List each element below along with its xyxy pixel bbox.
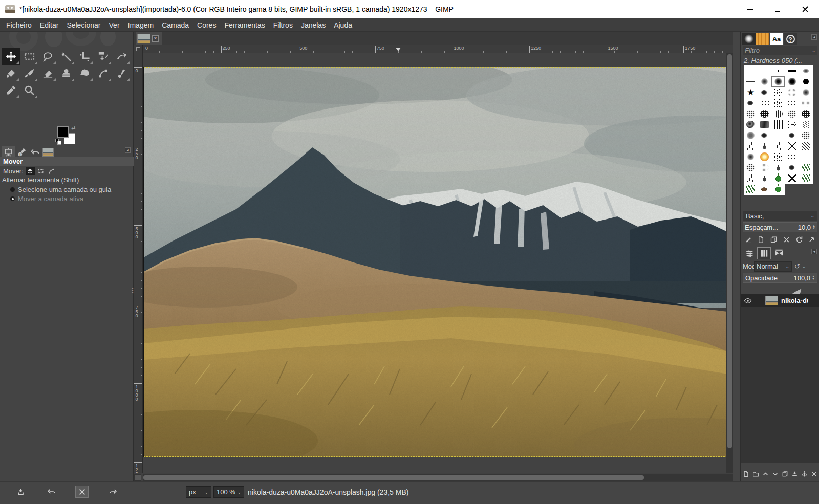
bucket-fill-tool[interactable] [2,65,20,82]
photo-layer[interactable] [144,67,727,457]
mode-switch-icon[interactable]: ↺ [794,262,800,270]
brush-swatch[interactable] [758,87,771,98]
edit-brush-button[interactable] [743,234,754,245]
brush-swatch[interactable] [744,173,758,184]
free-select-tool[interactable] [38,48,57,65]
images-tab[interactable] [41,146,55,158]
brush-swatch[interactable] [799,162,813,173]
brush-swatch[interactable] [744,130,758,141]
move-path-option[interactable] [47,167,56,175]
anchor-layer-button[interactable] [800,469,809,478]
horizontal-scrollbar[interactable] [143,474,733,481]
default-colors-icon[interactable] [55,139,59,142]
delete-brush-button[interactable] [781,234,792,245]
layers-tab[interactable] [742,247,756,259]
vertical-ruler[interactable]: 025050075010001250 [134,53,143,473]
brush-swatch[interactable]: ★ [744,87,758,98]
brush-swatch[interactable] [799,108,813,119]
brush-swatch[interactable] [785,98,799,108]
brush-swatch[interactable] [744,162,758,173]
layer-opacity-field[interactable]: Opacidade 100,0 ▲▼ [743,273,817,283]
brush-swatch[interactable] [771,76,785,87]
brush-swatch[interactable] [744,65,758,76]
brush-swatch[interactable] [771,98,785,108]
brush-swatch[interactable] [744,141,758,151]
move-tool[interactable] [2,48,20,65]
tab-close-icon[interactable]: ✕ [152,35,159,42]
save-tool-preset-button[interactable] [14,486,27,498]
brush-swatch[interactable] [758,130,771,141]
brush-swatch[interactable] [799,119,813,130]
spinner-arrows-icon[interactable]: ▲▼ [812,225,815,230]
menu-editar[interactable]: Editar [36,19,63,31]
brush-swatch[interactable] [785,173,799,184]
move-layer-option[interactable] [26,167,35,175]
move-selection-option[interactable] [36,167,46,175]
fonts-tab[interactable]: Aa [770,33,783,45]
brush-swatch[interactable] [758,151,771,162]
new-layer-button[interactable] [742,469,750,478]
menu-ajuda[interactable]: Ajuda [330,19,356,31]
brush-swatch[interactable] [785,65,799,76]
spinner-arrows-icon[interactable]: ▲▼ [812,275,815,280]
brush-swatch[interactable] [799,130,813,141]
chevron-down-icon[interactable]: ⌄ [802,264,806,269]
raise-layer-button[interactable] [761,469,770,478]
brush-swatch[interactable] [771,65,785,76]
crop-tool[interactable] [75,48,94,65]
menu-janelas[interactable]: Janelas [297,19,330,31]
undo-history-tab[interactable] [28,146,41,158]
brush-swatch[interactable] [758,141,771,151]
brush-swatch[interactable] [785,87,799,98]
brush-swatch[interactable] [785,151,799,162]
brush-swatch[interactable] [758,65,771,76]
brush-swatch[interactable] [744,184,758,194]
brush-swatch[interactable] [758,98,771,108]
brush-swatch[interactable] [771,119,785,130]
brush-swatch[interactable] [799,76,813,87]
eraser-tool[interactable] [38,65,57,82]
horizontal-ruler[interactable]: 02505007501000125015001750 [143,45,733,53]
brush-swatch[interactable] [744,151,758,162]
brush-swatch[interactable] [785,76,799,87]
brush-swatch[interactable] [785,141,799,151]
brush-swatch[interactable] [771,87,785,98]
layer-row[interactable]: nikola-du [741,294,819,307]
duplicate-layer-button[interactable] [781,469,789,478]
fuzzy-select-tool[interactable] [57,48,75,65]
swap-colors-icon[interactable]: ⇄ [71,125,75,130]
brush-swatch[interactable] [744,98,758,108]
radio-pick-layer-guide[interactable]: Selecione uma camada ou guia [10,186,111,193]
brush-swatch[interactable] [771,184,785,194]
menu-ficheiro[interactable]: Ficheiro [2,19,36,31]
panel-menu-icon[interactable]: ◂ [811,249,817,254]
color-picker-tool[interactable] [2,82,20,99]
delete-layer-button[interactable] [810,469,818,478]
brush-spacing-field[interactable]: Espaçam... 10,0 ▲▼ [743,222,817,232]
paintbrush-tool[interactable] [20,65,38,82]
brush-swatch[interactable] [799,141,813,151]
brush-set-dropdown[interactable]: Basic, ⌄ [743,211,817,221]
menu-ver[interactable]: Ver [105,19,124,31]
brush-swatch[interactable] [785,119,799,130]
brush-swatch[interactable] [758,119,771,130]
patterns-tab[interactable] [756,33,769,45]
brush-swatch[interactable] [758,184,771,194]
lower-layer-button[interactable] [771,469,780,478]
new-brush-button[interactable] [756,234,767,245]
close-button[interactable] [791,0,819,18]
vertical-scrollbar-thumb[interactable] [727,54,732,448]
brush-swatch[interactable] [771,130,785,141]
vertical-scrollbar[interactable] [726,53,733,473]
brush-swatch[interactable] [744,76,758,87]
horizontal-scrollbar-thumb[interactable] [143,475,644,480]
brush-swatch[interactable] [771,173,785,184]
brush-swatch[interactable] [771,151,785,162]
unit-dropdown[interactable]: px ⌄ [186,486,211,498]
scrollbar-corner-button[interactable] [134,474,141,481]
brush-swatch[interactable] [785,130,799,141]
refresh-brushes-button[interactable] [793,234,805,245]
menu-ferramentas[interactable]: Ferramentas [220,19,269,31]
delete-tool-preset-button[interactable] [75,486,89,498]
paths-tab[interactable] [772,247,786,259]
